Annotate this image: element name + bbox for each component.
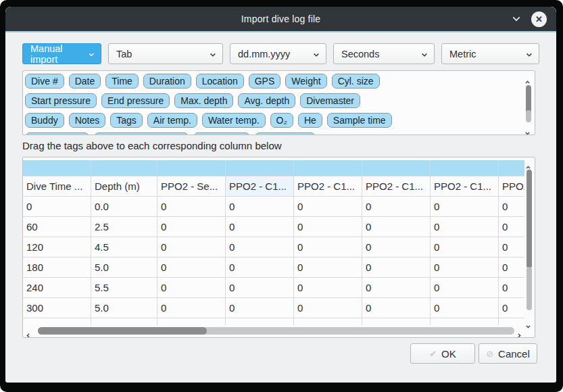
column-header[interactable]: Depth (m) xyxy=(91,176,157,196)
scroll-down-icon[interactable] xyxy=(526,125,531,130)
table-cell[interactable]: 0 xyxy=(431,237,499,257)
column-header[interactable]: PPO2 - C1... xyxy=(362,176,431,196)
tag-water-temp-[interactable]: Water temp. xyxy=(202,113,266,128)
table-cell[interactable]: 0 xyxy=(226,237,294,257)
tag-clipped[interactable] xyxy=(25,132,89,134)
combo-tab[interactable]: Tab xyxy=(108,43,223,64)
table-cell[interactable]: 0 xyxy=(431,278,499,297)
table-cell[interactable]: 5.0 xyxy=(91,258,157,277)
drop-target-cell[interactable] xyxy=(294,160,362,176)
table-cell[interactable] xyxy=(91,318,157,325)
table-cell[interactable]: 0 xyxy=(431,217,499,237)
scroll-up-icon[interactable] xyxy=(527,160,532,166)
tag-gps[interactable]: GPS xyxy=(249,74,281,89)
table-cell[interactable]: 0 xyxy=(157,217,226,237)
tags-scrollbar-thumb[interactable] xyxy=(526,85,531,113)
ok-button[interactable]: ✔ OK xyxy=(410,343,475,364)
table-vertical-scrollbar[interactable] xyxy=(524,160,534,324)
tags-vertical-scrollbar[interactable] xyxy=(524,75,533,130)
table-cell[interactable]: 0 xyxy=(499,298,524,318)
tag-he[interactable]: He xyxy=(298,113,322,128)
horizontal-scrollbar-thumb[interactable] xyxy=(38,327,207,335)
table-cell[interactable]: 300 xyxy=(23,298,91,318)
table-cell[interactable] xyxy=(157,318,226,325)
table-cell[interactable]: 0 xyxy=(294,197,362,216)
titlebar[interactable]: Import dive log file ✕ xyxy=(5,7,556,31)
table-cell[interactable]: 180 xyxy=(23,258,91,277)
table-cell[interactable]: 5.5 xyxy=(91,278,157,297)
table-cell[interactable]: 0 xyxy=(362,278,431,297)
table-cell[interactable]: 0 xyxy=(294,258,362,277)
table-cell[interactable]: 0 xyxy=(157,197,226,216)
combo-dd-mm-yyyy[interactable]: dd.mm.yyyy xyxy=(230,43,326,64)
table-cell[interactable]: 0 xyxy=(226,197,294,216)
table-cell[interactable]: 0 xyxy=(226,217,294,237)
table-cell[interactable]: 0 xyxy=(499,258,524,277)
tag-clipped[interactable] xyxy=(255,132,316,134)
table-cell[interactable]: 240 xyxy=(23,278,91,297)
table-cell[interactable]: 0 xyxy=(499,217,524,237)
tag-avg-depth[interactable]: Avg. depth xyxy=(238,93,295,108)
tag-divemaster[interactable]: Divemaster xyxy=(300,93,360,108)
table-cell[interactable]: 0 xyxy=(431,197,499,216)
table-cell[interactable]: 4.5 xyxy=(91,237,157,257)
tag-clipped[interactable] xyxy=(193,132,250,134)
table-cell[interactable]: 0 xyxy=(362,217,431,237)
table-cell[interactable]: 120 xyxy=(23,237,91,257)
table-cell[interactable] xyxy=(226,318,294,325)
tag-o₂[interactable]: O₂ xyxy=(270,113,293,128)
table-cell[interactable] xyxy=(23,318,91,325)
tag-start-pressure[interactable]: Start pressure xyxy=(25,93,97,108)
tags-scrollbar-track[interactable] xyxy=(526,110,531,122)
tag-duration[interactable]: Duration xyxy=(143,74,191,89)
tag-buddy[interactable]: Buddy xyxy=(25,113,64,128)
tag-weight[interactable]: Weight xyxy=(285,74,326,89)
table-cell[interactable] xyxy=(431,318,499,325)
drop-target-cell[interactable] xyxy=(91,160,157,176)
column-header[interactable]: Dive Time ... xyxy=(23,176,91,196)
column-header[interactable]: PPO2 - Se... xyxy=(157,176,226,196)
drop-target-cell[interactable] xyxy=(23,160,91,176)
table-cell[interactable]: 0 xyxy=(294,217,362,237)
tag-tags[interactable]: Tags xyxy=(110,113,143,128)
table-cell[interactable]: 0 xyxy=(499,197,524,216)
drop-target-cell[interactable] xyxy=(226,160,294,176)
table-cell[interactable]: 0 xyxy=(431,258,499,277)
table-cell[interactable] xyxy=(499,318,524,325)
combo-metric[interactable]: Metric xyxy=(441,43,539,64)
drop-target-cell[interactable] xyxy=(499,160,524,176)
table-cell[interactable]: 0 xyxy=(157,278,226,297)
table-cell[interactable]: 2.5 xyxy=(91,217,157,237)
table-cell[interactable] xyxy=(362,318,431,325)
scroll-up-icon[interactable] xyxy=(526,75,531,80)
close-button[interactable]: ✕ xyxy=(531,11,547,27)
table-cell[interactable]: 0 xyxy=(294,278,362,297)
table-cell[interactable]: 0 xyxy=(157,237,226,257)
drop-target-cell[interactable] xyxy=(157,160,226,176)
chevron-down-icon[interactable] xyxy=(512,15,520,23)
table-cell[interactable]: 0 xyxy=(226,258,294,277)
tag-clipped[interactable] xyxy=(94,132,189,134)
table-cell[interactable]: 0 xyxy=(294,237,362,257)
table-cell[interactable]: 0 xyxy=(499,237,524,257)
tag-max-depth[interactable]: Max. depth xyxy=(174,93,233,108)
table-cell[interactable]: 60 xyxy=(23,217,91,237)
table-horizontal-scrollbar[interactable] xyxy=(26,325,522,337)
combo-manual-import[interactable]: Manual import xyxy=(22,43,101,64)
table-cell[interactable]: 0 xyxy=(362,197,431,216)
cancel-button[interactable]: ⊘ Cancel xyxy=(479,343,537,364)
table-cell[interactable]: 0 xyxy=(362,258,431,277)
combo-seconds[interactable]: Seconds xyxy=(333,43,435,64)
table-cell[interactable]: 0.0 xyxy=(91,197,157,216)
drop-target-cell[interactable] xyxy=(362,160,431,176)
table-cell[interactable]: 0 xyxy=(362,298,431,318)
tag-dive-[interactable]: Dive # xyxy=(25,74,64,89)
table-scrollbar-track[interactable] xyxy=(527,267,532,310)
table-cell[interactable]: 0 xyxy=(23,197,91,216)
table-cell[interactable]: 0 xyxy=(499,278,524,297)
table-cell[interactable]: 0 xyxy=(431,298,499,318)
table-cell[interactable] xyxy=(294,318,362,325)
tag-date[interactable]: Date xyxy=(69,74,101,89)
table-cell[interactable]: 0 xyxy=(294,298,362,318)
table-scrollbar-thumb[interactable] xyxy=(527,170,532,268)
